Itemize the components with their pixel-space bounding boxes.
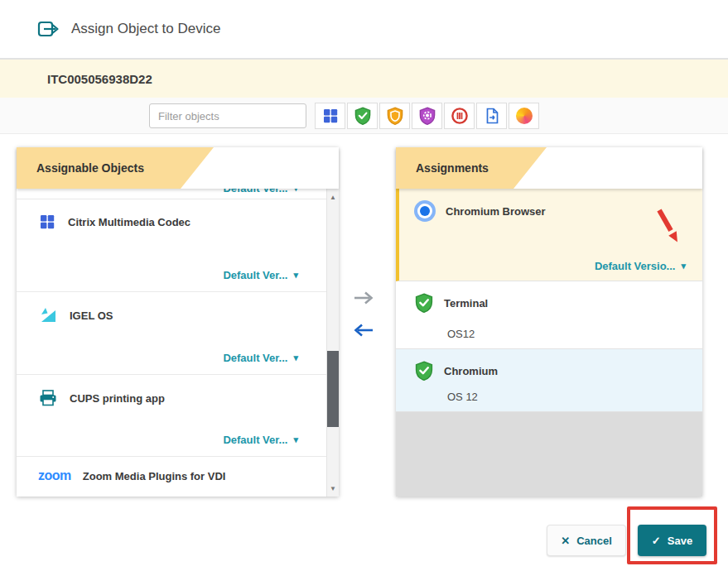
assign-object-dialog: Assign Object to Device ITC005056938D22 [0, 0, 728, 571]
chevron-down-icon: ▾ [293, 353, 298, 362]
version-label: Default Ver... [223, 269, 287, 281]
assignments-tab: Assignments [396, 147, 547, 189]
version-dropdown[interactable]: Default Ver... ▾ [38, 434, 298, 446]
filter-firmware-updates-button[interactable] [509, 103, 539, 129]
version-label: Default Ver... [223, 189, 287, 194]
printer-icon [38, 388, 58, 408]
chevron-down-icon: ▾ [293, 189, 298, 193]
assign-right-arrow-icon[interactable] [352, 290, 375, 309]
template-profile-purple-shield-icon [418, 107, 436, 125]
dialog-header: Assign Object to Device [0, 0, 728, 58]
assignment-name: Chromium Browser [446, 205, 546, 218]
version-label: Default Ver... [223, 434, 287, 446]
chevron-down-icon: ▾ [293, 435, 298, 444]
list-item-igel-os[interactable]: IGEL OS Default Ver... ▾ [17, 292, 326, 375]
close-icon: ✕ [561, 535, 570, 546]
profile-green-shield-icon [414, 361, 434, 381]
assignment-terminal[interactable]: Terminal OS12 [396, 281, 702, 349]
apps-icon [321, 107, 340, 125]
object-name: Citrix Multimedia Codec [68, 216, 190, 228]
filter-firmware-customizations-button[interactable] [444, 103, 475, 129]
assignment-chromium[interactable]: Chromium OS 12 [396, 349, 702, 412]
chevron-down-icon: ▾ [681, 262, 686, 271]
filter-objects-input[interactable] [149, 103, 306, 128]
object-type-filters [315, 103, 539, 129]
assignments-header: Assignments [396, 147, 702, 189]
chevron-down-icon: ▾ [293, 271, 298, 280]
save-label: Save [668, 535, 692, 547]
object-name: CUPS printing app [70, 392, 165, 405]
master-profile-orange-shield-icon [386, 107, 404, 125]
list-item-zoom-media-plugins[interactable]: zoom Zoom Media Plugins for VDI [17, 457, 326, 497]
filter-toolbar [0, 98, 728, 134]
profile-green-shield-icon [414, 293, 434, 313]
unassign-left-arrow-icon[interactable] [352, 322, 375, 341]
os-label: OS12 [414, 328, 686, 340]
scroll-up-arrow-icon[interactable]: ▲ [327, 191, 339, 203]
vertical-scrollbar[interactable]: ▲ ▼ [326, 189, 339, 497]
zoom-logo: zoom [38, 468, 71, 483]
device-id-bar: ITC005056938D22 [0, 60, 728, 98]
assignment-name: Chromium [444, 365, 498, 377]
assignments-title: Assignments [416, 161, 489, 175]
filter-profiles-button[interactable] [347, 103, 378, 129]
assignments-panel: Assignments Chromium Browser Default Ver… [396, 147, 702, 497]
transfer-controls [346, 290, 381, 341]
firmware-customization-icon [451, 107, 469, 125]
file-icon [483, 107, 501, 125]
object-name: IGEL OS [70, 309, 113, 322]
apps-icon [38, 213, 56, 231]
assignable-objects-header: Assignable Objects [17, 147, 339, 189]
filter-files-button[interactable] [476, 103, 507, 129]
dialog-title: Assign Object to Device [71, 21, 220, 37]
assignable-objects-panel: Assignable Objects Default Ver... ▾ Citr… [17, 147, 339, 497]
list-item-citrix-multimedia-codec[interactable]: Citrix Multimedia Codec Default Ver... ▾ [17, 199, 326, 292]
filter-apps-button[interactable] [315, 103, 345, 129]
assignable-objects-tab: Assignable Objects [17, 147, 214, 189]
os-label: OS 12 [414, 391, 686, 403]
version-label: Default Versio... [595, 260, 676, 272]
firmware-update-icon [516, 108, 533, 124]
scrollbar-thumb[interactable] [327, 351, 339, 427]
version-dropdown[interactable]: Default Ver... ▾ [38, 352, 298, 364]
assignable-objects-list: Default Ver... ▾ Citrix Multimedia Codec… [17, 189, 339, 497]
igel-os-icon [38, 305, 58, 325]
assignments-list: Chromium Browser Default Versio... ▾ Ter… [396, 189, 702, 497]
assignable-objects-title: Assignable Objects [36, 161, 144, 175]
annotation-red-box: ✓ Save [627, 506, 717, 564]
scroll-down-arrow-icon[interactable]: ▼ [327, 482, 339, 494]
assign-object-icon [37, 19, 60, 39]
cancel-label: Cancel [576, 535, 612, 547]
version-dropdown[interactable]: Default Ver... ▾ [38, 189, 298, 194]
cancel-button[interactable]: ✕ Cancel [547, 525, 626, 556]
assignment-chromium-browser[interactable]: Chromium Browser Default Versio... ▾ [396, 189, 702, 281]
chromium-icon [414, 200, 436, 222]
empty-area [396, 412, 702, 497]
profile-green-shield-icon [354, 107, 372, 125]
list-item-clipped[interactable]: Default Ver... ▾ [17, 189, 326, 199]
save-button[interactable]: ✓ Save [638, 525, 706, 556]
version-dropdown[interactable]: Default Ver... ▾ [38, 269, 298, 281]
object-name: Zoom Media Plugins for VDI [83, 470, 226, 482]
device-id: ITC005056938D22 [47, 72, 152, 86]
list-item-cups-printing-app[interactable]: CUPS printing app Default Ver... ▾ [17, 375, 326, 457]
check-icon: ✓ [652, 535, 661, 546]
filter-master-profiles-button[interactable] [379, 103, 410, 129]
filter-template-profiles-button[interactable] [412, 103, 442, 129]
version-label: Default Ver... [223, 352, 287, 364]
assignment-name: Terminal [444, 297, 488, 309]
version-dropdown[interactable]: Default Versio... ▾ [414, 260, 686, 272]
